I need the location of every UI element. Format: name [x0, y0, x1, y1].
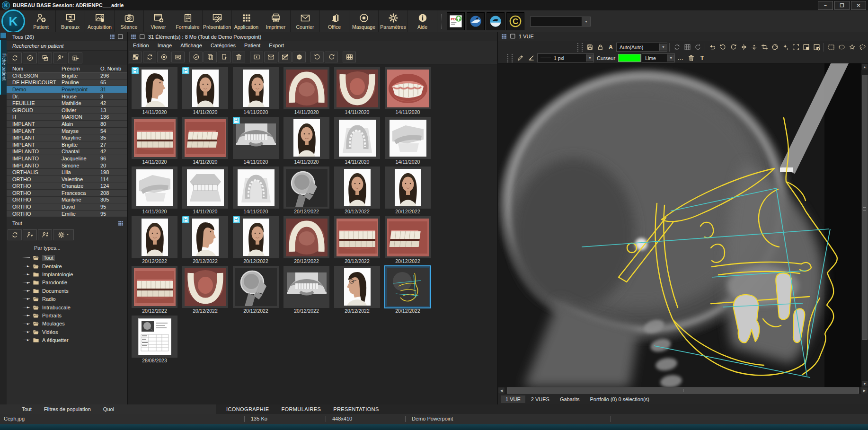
- thumbnail-model-front[interactable]: 14/11/2020: [182, 167, 228, 215]
- patient-row-giroud-olivier[interactable]: GIROUDOlivier13: [7, 107, 127, 114]
- rotate-right-button[interactable]: [325, 52, 338, 62]
- block-button[interactable]: [292, 52, 306, 62]
- undo-button[interactable]: [708, 43, 717, 52]
- scroll-left-icon[interactable]: ◀: [498, 387, 505, 394]
- viewer-horizontal-scrollbar[interactable]: ◀ ▶: [498, 387, 868, 394]
- thumbnail-profile-right[interactable]: 20/12/2022: [182, 216, 228, 264]
- list-edit-button[interactable]: [171, 52, 185, 62]
- thumbnail-face-34[interactable]: 14/11/2020: [233, 67, 279, 115]
- thumbnail-face-front[interactable]: 20/12/2022: [385, 167, 431, 215]
- search-input[interactable]: [7, 41, 127, 51]
- grid-view-icon[interactable]: [130, 34, 137, 40]
- ellipse-select-button[interactable]: [837, 43, 847, 52]
- font-size-button[interactable]: A: [606, 43, 616, 52]
- bottom-tab-filtres-de-population[interactable]: Filtres de population: [41, 406, 94, 412]
- refresh-button[interactable]: [672, 43, 682, 52]
- thumbnail-smile[interactable]: 14/11/2020: [385, 67, 431, 115]
- grid-view-icon[interactable]: [501, 33, 507, 40]
- thumbnail-teeth-front[interactable]: 20/12/2022: [132, 266, 177, 314]
- tiles-button[interactable]: [129, 52, 142, 62]
- viewer-tab-portfolio-0-0-s-lection-s[interactable]: Portfolio (0) 0 sélection(s): [585, 395, 654, 403]
- toolbar-button-formulaire[interactable]: Formulaire: [173, 10, 203, 32]
- cursor-color-swatch[interactable]: [618, 54, 641, 62]
- thumbnail-panoramic[interactable]: 14/11/2020: [233, 117, 279, 165]
- viewer-tab-2-vues[interactable]: 2 VUES: [526, 395, 554, 403]
- thumbnail-tracing[interactable]: 20/12/2022: [385, 266, 431, 314]
- record-button[interactable]: [157, 52, 170, 62]
- thumbnail-face-front[interactable]: 14/11/2020: [283, 117, 329, 165]
- viewer-tab-gabarits[interactable]: Gabarits: [555, 395, 585, 403]
- column-header-nom[interactable]: Nom: [12, 66, 62, 71]
- rotate-left-button[interactable]: [310, 52, 324, 62]
- thumbnail-model-arch[interactable]: 14/11/2020: [334, 117, 380, 165]
- bottom-tab-quoi[interactable]: Quoi: [100, 406, 117, 412]
- patient-row-implanto-chantal[interactable]: IMPLANTOChantal42: [7, 149, 127, 156]
- checkbox-icon[interactable]: [139, 34, 146, 40]
- ceph-xray-image[interactable]: [498, 63, 861, 387]
- thumbnail-model-side[interactable]: 14/11/2020: [385, 117, 431, 165]
- tree-item-tout[interactable]: Tout: [32, 254, 127, 262]
- thumbnail-model-arch[interactable]: 14/11/2020: [233, 167, 279, 215]
- zoom-mode-select[interactable]: Auto(Auto)▼: [616, 43, 667, 52]
- frame-export-button[interactable]: [812, 43, 822, 52]
- patient-row-implanto-jacqueline[interactable]: IMPLANTOJacqueline96: [7, 155, 127, 162]
- checkbox-icon[interactable]: [117, 34, 124, 40]
- table-button[interactable]: [343, 52, 356, 62]
- tree-item-portraits[interactable]: ▸Portraits: [32, 311, 127, 319]
- palette-button[interactable]: [770, 43, 780, 52]
- expand-button[interactable]: [791, 43, 801, 52]
- rotate-right-button[interactable]: [728, 43, 738, 52]
- grid-view-icon[interactable]: [117, 220, 124, 227]
- gear-menu-button[interactable]: [53, 229, 74, 240]
- patient-row-de-hemricourt-pauline[interactable]: DE HEMRICOURTPauline65: [7, 79, 127, 87]
- flip-vertical-button[interactable]: [749, 43, 759, 52]
- thumbnail-panoramic[interactable]: 20/12/2022: [283, 266, 329, 314]
- toolbar-button-courrier[interactable]: Courrier: [291, 10, 320, 32]
- patient-row-demo-powerpoint[interactable]: DemoPowerpoint31: [7, 86, 127, 93]
- save-button[interactable]: [585, 43, 595, 52]
- scroll-down-icon[interactable]: ▼: [861, 380, 868, 387]
- toolbar-button-application[interactable]: Application: [232, 10, 261, 32]
- toolbar-drag-handle[interactable]: [507, 54, 513, 62]
- thumbnail-face-front[interactable]: 20/12/2022: [334, 167, 380, 215]
- tab-fiche-patient[interactable]: Fiche patient: [0, 40, 7, 95]
- column-header-pr-nom[interactable]: Prénom: [62, 66, 100, 71]
- tree-item-documents[interactable]: ▸Documents: [32, 287, 127, 295]
- patient-row-implanto-simone[interactable]: IMPLANTOSimone20: [7, 162, 127, 169]
- thumbnail-face-front[interactable]: 14/11/2020: [182, 67, 228, 115]
- tree-item-vid-os[interactable]: ▸Vidéos: [32, 328, 127, 336]
- patient-row-ortho-valentine[interactable]: ORTHOValentine114: [7, 176, 127, 183]
- menu-affichage[interactable]: Affichage: [176, 42, 206, 49]
- marquee-button[interactable]: [826, 43, 836, 52]
- grid9-button[interactable]: [682, 43, 692, 52]
- checkbox-icon[interactable]: [510, 33, 516, 40]
- check-circle-button[interactable]: [23, 53, 37, 63]
- toolbar-button-imprimer[interactable]: Imprimer: [261, 10, 291, 32]
- trash-button[interactable]: [232, 52, 245, 62]
- lasso-button[interactable]: [858, 43, 868, 52]
- grid-view-icon[interactable]: [109, 34, 115, 40]
- patient-row-ortho-marilyne[interactable]: ORTHOMarilyne305: [7, 197, 127, 204]
- pencil-button[interactable]: [515, 53, 525, 63]
- quick-pdf-export-button[interactable]: PDF: [447, 12, 465, 30]
- bottom-tab-tout[interactable]: Tout: [19, 406, 35, 412]
- patient-row-implant-brigitte[interactable]: IMPLANTBrigitte27: [7, 141, 127, 149]
- thumbnail-teeth-side[interactable]: 14/11/2020: [182, 117, 228, 165]
- tree-item-intrabuccale[interactable]: ▸Intrabuccale: [32, 303, 127, 311]
- horizontal-scroll-thumb[interactable]: [507, 387, 859, 394]
- close-button[interactable]: ✕: [851, 1, 866, 10]
- tree-item-parodontie[interactable]: ▸Parodontie: [32, 279, 127, 287]
- trash-button[interactable]: [686, 53, 696, 63]
- viewer-vertical-scrollbar[interactable]: ▲ ▼: [861, 63, 868, 387]
- color-name-select[interactable]: Lime▼: [642, 53, 675, 62]
- bottom-tab-formulaires[interactable]: FORMULAIRES: [279, 406, 323, 412]
- thumbnail-face-front[interactable]: 20/12/2022: [132, 216, 177, 264]
- thumbnail-arch-lower[interactable]: 20/12/2022: [182, 266, 228, 314]
- menu-cat-gories[interactable]: Catégories: [206, 42, 240, 49]
- thumbnail-face-34[interactable]: 20/12/2022: [233, 216, 279, 264]
- video-button[interactable]: [250, 52, 263, 62]
- patient-row-ortho-francesca[interactable]: ORTHOFrancesca208: [7, 190, 127, 197]
- types-header[interactable]: Par types...: [7, 242, 127, 253]
- thumbnail-teeth-front[interactable]: 14/11/2020: [132, 117, 177, 165]
- patient-row-ortho-david[interactable]: ORTHODavid95: [7, 203, 127, 211]
